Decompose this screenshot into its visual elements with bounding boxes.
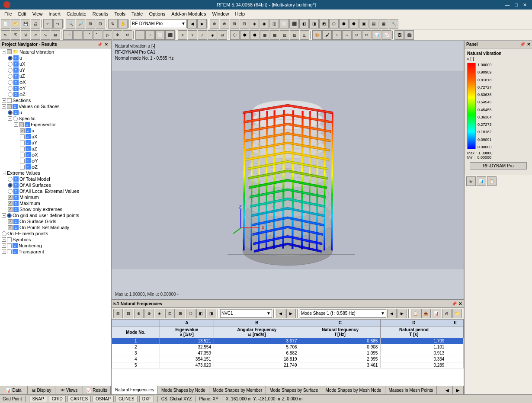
radio-surf-u[interactable]: [8, 110, 13, 115]
tree-eig-u[interactable]: ✓ Σ u: [0, 128, 111, 134]
tb-zoom-out[interactable]: 🔎: [76, 19, 85, 29]
tb-zoom-sel[interactable]: ⊡: [96, 19, 105, 29]
tb2-btn2[interactable]: ⇱: [11, 30, 20, 40]
nvc-dropdown[interactable]: NVC1▼: [220, 309, 272, 318]
tb-btn15[interactable]: ⬣: [349, 19, 359, 29]
check-eig-phix[interactable]: [20, 153, 25, 157]
tree-minimum[interactable]: ✓ Σ Minimum: [0, 194, 111, 200]
tree-eig-uz[interactable]: Σ uZ: [0, 146, 111, 152]
tb2-btn8[interactable]: ⋮: [73, 30, 83, 40]
tbl-btn3[interactable]: ⊕: [134, 309, 144, 318]
tb2-line[interactable]: ⟋: [145, 30, 155, 40]
check-numbering[interactable]: [7, 243, 12, 248]
tree-phiz[interactable]: Σ φZ: [0, 91, 111, 97]
tb2-dim[interactable]: ↔: [342, 30, 352, 40]
tree-sections[interactable]: + Sections: [0, 97, 111, 103]
tb-btn6[interactable]: ◉: [260, 19, 269, 29]
check-eig-uy[interactable]: [20, 141, 25, 145]
tb-btn19[interactable]: 🔧: [389, 19, 398, 29]
check-values-surfaces[interactable]: [7, 104, 12, 109]
close-button[interactable]: ✕: [521, 2, 529, 8]
check-eig-u[interactable]: ✓: [20, 128, 25, 133]
dxf-btn[interactable]: DXF: [139, 396, 154, 402]
tb2-result[interactable]: 📊: [372, 30, 381, 40]
check-natural-vibration[interactable]: [7, 49, 12, 54]
radio-ux[interactable]: [8, 62, 13, 67]
tb-rotate[interactable]: ↻: [108, 19, 118, 29]
radio-uz[interactable]: [8, 74, 13, 79]
tb2-diagram[interactable]: 📈: [382, 30, 391, 40]
tree-ux[interactable]: Σ uX: [0, 61, 111, 67]
check-surface-grids[interactable]: ✓: [8, 219, 13, 224]
tree-transparent[interactable]: + Σ Transparent: [0, 249, 111, 255]
check-show-extremes[interactable]: ✓: [8, 207, 13, 212]
tbl-next-btn[interactable]: ▶: [286, 309, 296, 318]
tree-values-on-surfaces[interactable]: − Σ Values on Surfaces: [0, 103, 111, 109]
tb-print[interactable]: 🖨: [31, 19, 40, 29]
tb2-select[interactable]: ▷: [103, 30, 112, 40]
tb2-annot[interactable]: T: [332, 30, 342, 40]
tb-save[interactable]: 💾: [21, 19, 30, 29]
expand-values-surfaces[interactable]: −: [2, 104, 6, 109]
tb-btn11[interactable]: ◨: [309, 19, 319, 29]
tbl-prev-btn[interactable]: ◀: [276, 309, 285, 318]
radio-all-surfaces[interactable]: [8, 183, 13, 188]
table-row[interactable]: 4354.15118.8192.9950.334: [112, 356, 463, 362]
tb2-btn7[interactable]: ⋯: [63, 30, 73, 40]
tb-btn1[interactable]: ⊕: [210, 19, 219, 29]
tree-u[interactable]: Σ u: [0, 55, 111, 61]
tree-all-local[interactable]: Σ Of All Local Extremal Values: [0, 188, 111, 194]
tb2-btn10[interactable]: ⋱: [93, 30, 103, 40]
table-row[interactable]: 5473.02021.7493.4610.289: [112, 362, 463, 368]
tb-zoom-in[interactable]: 🔍: [66, 19, 75, 29]
tbl-mode-prev[interactable]: ◀: [387, 309, 397, 318]
expand-eigenvector[interactable]: −: [14, 122, 18, 127]
tb-redo[interactable]: ↪: [53, 19, 63, 29]
check-symbols[interactable]: [7, 237, 12, 242]
tab-mode-shapes-surface[interactable]: Mode Shapes by Surface: [266, 386, 322, 394]
tree-uz[interactable]: Σ uZ: [0, 73, 111, 79]
tree-eig-uy[interactable]: Σ uY: [0, 140, 111, 146]
expand-numbering[interactable]: +: [2, 243, 6, 248]
expand-extreme[interactable]: −: [2, 171, 6, 175]
tb2-vid[interactable]: 🎬: [404, 30, 414, 40]
nav-tab-views[interactable]: 👁 Views: [55, 386, 83, 394]
check-points-manually[interactable]: ✓: [8, 225, 13, 230]
right-panel-close[interactable]: ✕: [527, 42, 530, 47]
menu-window[interactable]: Window: [209, 11, 231, 17]
table-row[interactable]: 113.5213.6770.5851.709: [112, 338, 463, 344]
expand-symbols[interactable]: +: [2, 237, 6, 242]
tree-on-grid[interactable]: − On grid and user-defined points: [0, 212, 111, 218]
tb-undo[interactable]: ↩: [43, 19, 53, 29]
snap-btn[interactable]: SNAP: [29, 396, 47, 402]
radio-on-fe-mesh[interactable]: [2, 231, 6, 236]
tbl-btn8[interactable]: ⬡: [186, 309, 195, 318]
check-eig-uz[interactable]: [20, 147, 25, 151]
tb2-render7[interactable]: ▨: [290, 30, 299, 40]
maximize-button[interactable]: □: [513, 2, 519, 8]
tb2-rotate2[interactable]: ↺: [123, 30, 132, 40]
tree-eig-phix[interactable]: Σ φX: [0, 152, 111, 158]
tb-btn16[interactable]: ▣: [359, 19, 369, 29]
rf-dynam-button[interactable]: RF-DYNAM Pro: [470, 162, 527, 170]
tab-next-arrow[interactable]: ▶: [453, 386, 464, 394]
tree-root-natural-vibration[interactable]: − 📁 Natural vibration: [0, 48, 111, 55]
menu-help[interactable]: Help: [233, 11, 248, 17]
tb2-view3[interactable]: Z: [198, 30, 207, 40]
tb2-color2[interactable]: 🖌: [322, 30, 332, 40]
tree-eig-ux[interactable]: Σ uX: [0, 134, 111, 140]
tb2-render4[interactable]: ▦: [260, 30, 269, 40]
bottom-dock-btn[interactable]: 📌: [452, 301, 457, 306]
nav-tab-results[interactable]: 📈 Results: [83, 386, 111, 394]
check-minimum[interactable]: ✓: [8, 195, 13, 200]
tab-mode-shapes-node[interactable]: Mode Shapes by Node: [158, 386, 209, 394]
tbl-btn2[interactable]: ⊟: [124, 309, 133, 318]
tb2-render8[interactable]: ◫: [300, 30, 309, 40]
table-row[interactable]: 347.3596.8821.0950.913: [112, 350, 463, 356]
tbl-export3[interactable]: 📊: [432, 309, 441, 318]
menu-addon[interactable]: Add-on Modules: [169, 11, 208, 17]
tb2-view-persp[interactable]: ⊞: [218, 30, 227, 40]
tb2-color1[interactable]: 🎨: [312, 30, 322, 40]
rp-btn2[interactable]: 📊: [477, 176, 486, 186]
tb-new[interactable]: 📄: [1, 19, 10, 29]
